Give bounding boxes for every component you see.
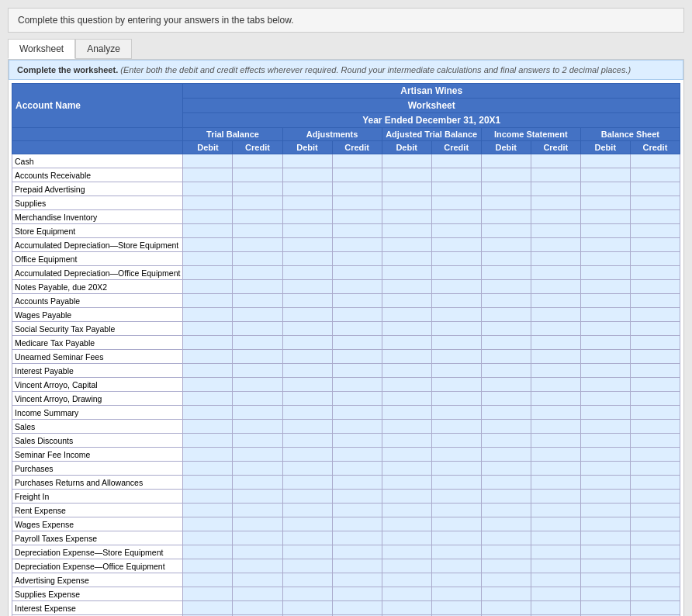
cell-input[interactable]	[434, 464, 479, 473]
cell-input[interactable]	[285, 324, 330, 334]
input-cell[interactable]	[233, 490, 282, 504]
cell-input[interactable]	[534, 422, 578, 431]
cell-input[interactable]	[434, 241, 479, 250]
input-cell[interactable]	[481, 504, 531, 517]
input-cell[interactable]	[630, 573, 680, 587]
input-cell[interactable]	[282, 196, 332, 210]
cell-input[interactable]	[285, 506, 330, 515]
input-cell[interactable]	[431, 601, 481, 615]
cell-input[interactable]	[534, 310, 578, 320]
input-cell[interactable]	[332, 252, 382, 266]
input-cell[interactable]	[183, 434, 233, 448]
input-cell[interactable]	[580, 573, 630, 587]
cell-input[interactable]	[335, 408, 379, 417]
input-cell[interactable]	[580, 350, 630, 364]
input-cell[interactable]	[282, 252, 332, 266]
input-cell[interactable]	[332, 545, 382, 559]
input-cell[interactable]	[580, 517, 630, 531]
input-cell[interactable]	[233, 238, 282, 252]
cell-input[interactable]	[185, 324, 230, 334]
cell-input[interactable]	[335, 604, 379, 613]
input-cell[interactable]	[630, 462, 680, 476]
input-cell[interactable]	[183, 392, 233, 406]
input-cell[interactable]	[332, 294, 382, 308]
cell-input[interactable]	[285, 171, 330, 180]
cell-input[interactable]	[583, 254, 628, 264]
input-cell[interactable]	[531, 462, 580, 476]
cell-input[interactable]	[185, 213, 230, 222]
input-cell[interactable]	[481, 378, 531, 392]
cell-input[interactable]	[583, 464, 628, 473]
cell-input[interactable]	[633, 492, 677, 501]
input-cell[interactable]	[531, 308, 580, 322]
cell-input[interactable]	[484, 268, 528, 278]
cell-input[interactable]	[235, 380, 279, 389]
input-cell[interactable]	[630, 336, 680, 350]
cell-input[interactable]	[235, 478, 279, 487]
cell-input[interactable]	[633, 310, 677, 320]
cell-input[interactable]	[583, 604, 628, 613]
input-cell[interactable]	[580, 294, 630, 308]
cell-input[interactable]	[235, 548, 279, 557]
input-cell[interactable]	[332, 210, 382, 224]
cell-input[interactable]	[583, 506, 628, 515]
input-cell[interactable]	[183, 308, 233, 322]
input-cell[interactable]	[183, 531, 233, 545]
input-cell[interactable]	[183, 364, 233, 378]
input-cell[interactable]	[183, 476, 233, 490]
cell-input[interactable]	[385, 464, 429, 473]
input-cell[interactable]	[382, 364, 431, 378]
cell-input[interactable]	[484, 366, 528, 375]
input-cell[interactable]	[183, 168, 233, 182]
cell-input[interactable]	[285, 268, 330, 278]
input-cell[interactable]	[630, 434, 680, 448]
input-cell[interactable]	[282, 573, 332, 587]
cell-input[interactable]	[235, 450, 279, 459]
cell-input[interactable]	[235, 241, 279, 250]
input-cell[interactable]	[630, 196, 680, 210]
cell-input[interactable]	[583, 408, 628, 417]
cell-input[interactable]	[185, 254, 230, 264]
input-cell[interactable]	[531, 406, 580, 420]
input-cell[interactable]	[233, 504, 282, 517]
cell-input[interactable]	[534, 464, 578, 473]
cell-input[interactable]	[434, 604, 479, 613]
cell-input[interactable]	[185, 492, 230, 501]
cell-input[interactable]	[534, 185, 578, 194]
cell-input[interactable]	[335, 282, 379, 292]
input-cell[interactable]	[282, 364, 332, 378]
input-cell[interactable]	[183, 545, 233, 559]
cell-input[interactable]	[434, 478, 479, 487]
cell-input[interactable]	[583, 576, 628, 585]
cell-input[interactable]	[484, 282, 528, 292]
input-cell[interactable]	[282, 378, 332, 392]
cell-input[interactable]	[583, 213, 628, 222]
cell-input[interactable]	[385, 520, 429, 529]
input-cell[interactable]	[531, 517, 580, 531]
input-cell[interactable]	[183, 559, 233, 573]
input-cell[interactable]	[481, 350, 531, 364]
input-cell[interactable]	[580, 448, 630, 462]
cell-input[interactable]	[534, 562, 578, 571]
cell-input[interactable]	[235, 199, 279, 208]
cell-input[interactable]	[633, 590, 677, 599]
cell-input[interactable]	[434, 227, 479, 236]
input-cell[interactable]	[481, 238, 531, 252]
cell-input[interactable]	[633, 576, 677, 585]
input-cell[interactable]	[233, 406, 282, 420]
cell-input[interactable]	[185, 604, 230, 613]
cell-input[interactable]	[583, 450, 628, 459]
cell-input[interactable]	[335, 199, 379, 208]
cell-input[interactable]	[385, 296, 429, 306]
input-cell[interactable]	[481, 154, 531, 168]
cell-input[interactable]	[534, 338, 578, 348]
cell-input[interactable]	[235, 394, 279, 403]
input-cell[interactable]	[332, 224, 382, 238]
input-cell[interactable]	[481, 182, 531, 196]
input-cell[interactable]	[481, 308, 531, 322]
cell-input[interactable]	[484, 548, 528, 557]
cell-input[interactable]	[285, 464, 330, 473]
cell-input[interactable]	[385, 422, 429, 431]
cell-input[interactable]	[633, 185, 677, 194]
cell-input[interactable]	[335, 352, 379, 362]
